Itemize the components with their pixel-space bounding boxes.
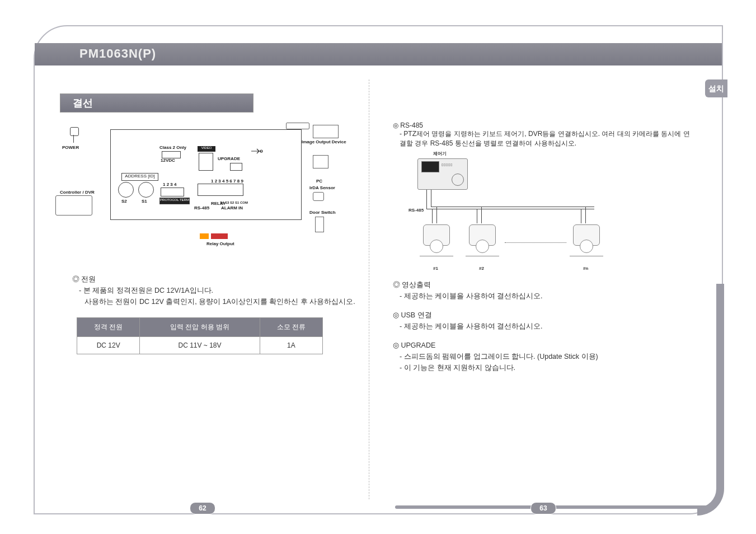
rs485-section: RS-485 - PTZ제어 명령을 지령하는 키보드 제어기, DVR등을 연…	[393, 121, 695, 148]
th-rated-power: 정격 전원	[77, 318, 140, 337]
page-frame: PM1063N(P) 설치 결선 POWER Controller / DVR …	[34, 25, 723, 514]
label-upgrade: UPGRADE	[218, 156, 240, 161]
label-relay-output: Relay Output	[206, 241, 234, 246]
td-rated-power: DC 12V	[77, 337, 140, 354]
upgrade-section: UPGRADE - 스피드돔의 펌웨어를 업그레이드 합니다. (Update …	[393, 340, 695, 373]
usb-title: USB 연결	[393, 310, 695, 321]
model-title: PM1063N(P)	[79, 46, 156, 61]
label-pc: PC	[316, 179, 322, 184]
usb-icon	[250, 147, 264, 155]
upgrade-title: UPGRADE	[393, 340, 695, 351]
label-alarm-in: ALARM IN	[221, 205, 243, 210]
rs485-title: RS-485	[393, 121, 695, 129]
column-divider	[369, 79, 369, 499]
upgrade-line2: - 이 기능은 현재 지원하지 않습니다.	[393, 362, 695, 373]
power-section: 전원 - 본 제품의 정격전원은 DC 12V/1A입니다. 사용하는 전원이 …	[60, 274, 362, 307]
label-dip-1-4: 1 2 3 4	[163, 182, 176, 187]
section-heading-wiring: 결선	[60, 93, 253, 113]
label-cam1: #1	[433, 266, 438, 271]
corner-accent	[697, 284, 724, 516]
label-protocol-term: PROTOCOL TERM	[159, 198, 190, 204]
label-irda: IrDA Sensor	[309, 185, 335, 190]
label-controller-dvr: Controller / DVR	[60, 190, 95, 195]
th-current: 소모 전류	[260, 318, 322, 337]
label-controller: 제어기	[433, 151, 447, 157]
video-out-line1: - 제공하는 케이블을 사용하여 결선하십시오.	[393, 291, 695, 302]
rs485-desc: - PTZ제어 명령을 지령하는 키보드 제어기, DVR등을 연결하십시오. …	[393, 129, 695, 148]
label-image-output-device: Image Output Device	[302, 139, 346, 144]
label-s1: S1	[142, 199, 147, 204]
power-table: 정격 전원 입력 전압 허용 범위 소모 전류 DC 12V DC 11V ~ …	[77, 317, 323, 354]
label-12vdc: 12VDC	[161, 158, 175, 163]
power-line1: - 본 제품의 정격전원은 DC 12V/1A입니다.	[72, 285, 362, 296]
label-cam2: #2	[479, 266, 484, 271]
left-column: 결선 POWER Controller / DVR Class 2 Only 1…	[60, 93, 362, 354]
side-tab-install: 설치	[705, 79, 727, 97]
th-input-range: 입력 전압 허용 범위	[140, 318, 260, 337]
label-class2: Class 2 Only	[159, 145, 186, 150]
label-video: VIDEO	[198, 146, 215, 152]
video-out-title: 영상출력	[393, 279, 695, 291]
video-out-section: 영상출력 - 제공하는 케이블을 사용하여 결선하십시오.	[393, 279, 695, 302]
right-column: RS-485 - PTZ제어 명령을 지령하는 키보드 제어기, DVR등을 연…	[393, 121, 695, 373]
connection-diagram: POWER Controller / DVR Class 2 Only 12VD…	[60, 123, 349, 260]
power-title: 전원	[72, 274, 362, 285]
td-input-range: DC 11V ~ 18V	[140, 337, 260, 354]
rs485-diagram: ▯▯▯▯▯ 제어기 RS-485 #1 #2 #n	[410, 154, 600, 271]
usb-line1: - 제공하는 케이블을 사용하여 결선하십시오.	[393, 321, 695, 332]
upgrade-line1: - 스피드돔의 펌웨어를 업그레이드 합니다. (Update Stick 이용…	[393, 351, 695, 362]
label-camn: #n	[583, 266, 588, 271]
label-s2: S2	[121, 199, 127, 204]
label-power: POWER	[62, 145, 79, 150]
label-rs485: RS-485	[194, 205, 209, 210]
label-address: ADDRESS [ID]	[121, 173, 158, 181]
label-nums-1-9: 1 2 3 4 5 6 7 8 9	[211, 179, 243, 184]
page-number-left: 62	[190, 502, 215, 514]
label-alarm-pins: S4 S3 S2 S1 COM	[220, 201, 248, 204]
header-bar: PM1063N(P)	[35, 43, 722, 65]
label-door-switch: Door Switch	[309, 210, 336, 215]
td-current: 1A	[260, 337, 322, 354]
page-number-right: 63	[530, 502, 556, 514]
usb-section: USB 연결 - 제공하는 케이블을 사용하여 결선하십시오.	[393, 310, 695, 332]
power-line2: 사용하는 전원이 DC 12V 출력인지, 용량이 1A이상인지를 확인하신 후…	[72, 296, 362, 307]
label-rs485-bus: RS-485	[408, 208, 424, 213]
